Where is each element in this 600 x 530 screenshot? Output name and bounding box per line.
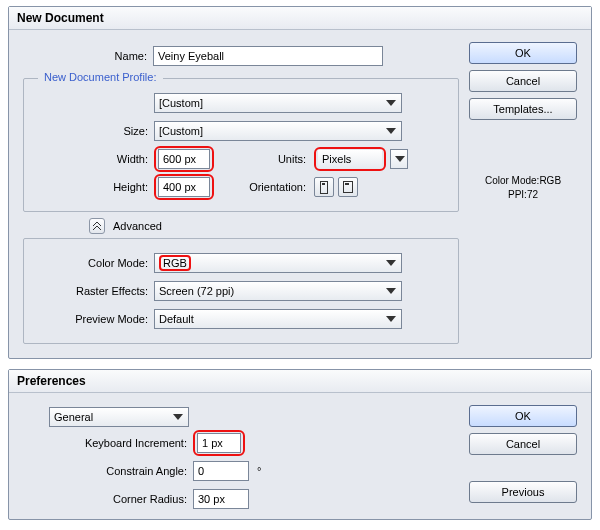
orientation-portrait-button[interactable] (314, 177, 334, 197)
constrain-angle-label: Constrain Angle: (23, 465, 193, 477)
cancel-button[interactable]: Cancel (469, 70, 577, 92)
profile-fieldset: New Document Profile: [Custom] Size: (23, 78, 459, 212)
width-highlight (154, 146, 214, 172)
units-select[interactable]: Pixels (318, 150, 382, 168)
double-chevron-up-icon (93, 222, 101, 230)
chevron-down-icon (384, 96, 398, 110)
advanced-disclosure-button[interactable] (89, 218, 105, 234)
colormode-value: RGB (159, 255, 191, 271)
previewmode-label: Preview Mode: (24, 313, 154, 325)
landscape-icon (343, 181, 353, 193)
units-highlight: Pixels (314, 147, 386, 171)
corner-radius-label: Corner Radius: (23, 493, 193, 505)
portrait-icon (320, 181, 328, 194)
new-document-dialog: New Document Name: New Document Profile:… (8, 6, 592, 359)
units-dropdown-button[interactable] (390, 149, 408, 169)
profile-select[interactable]: [Custom] (154, 93, 402, 113)
preferences-dialog: Preferences General Keyboard Increment: (8, 369, 592, 520)
keyboard-increment-input[interactable] (197, 433, 241, 453)
keyboard-increment-highlight (193, 430, 245, 456)
profile-value: [Custom] (159, 97, 203, 109)
chevron-down-icon (384, 284, 398, 298)
units-label: Units: (252, 153, 310, 165)
colormode-label: Color Mode: (24, 257, 154, 269)
meta-colormode: Color Mode:RGB (469, 174, 577, 188)
height-highlight (154, 174, 214, 200)
size-value: [Custom] (159, 125, 203, 137)
name-input[interactable] (153, 46, 383, 66)
prefs-category-select[interactable]: General (49, 407, 189, 427)
advanced-label: Advanced (113, 220, 162, 232)
chevron-down-icon (384, 124, 398, 138)
rastereffects-value: Screen (72 ppi) (159, 285, 234, 297)
orientation-label: Orientation: (234, 181, 310, 193)
ok-button[interactable]: OK (469, 42, 577, 64)
prefs-category-value: General (54, 411, 93, 423)
corner-radius-input[interactable] (193, 489, 249, 509)
width-input[interactable] (158, 149, 210, 169)
previous-button[interactable]: Previous (469, 481, 577, 503)
constrain-angle-input[interactable] (193, 461, 249, 481)
height-label: Height: (24, 181, 154, 193)
height-input[interactable] (158, 177, 210, 197)
ok-button[interactable]: OK (469, 405, 577, 427)
rastereffects-label: Raster Effects: (24, 285, 154, 297)
name-label: Name: (23, 50, 153, 62)
chevron-down-icon (384, 312, 398, 326)
previewmode-value: Default (159, 313, 194, 325)
size-label: Size: (24, 125, 154, 137)
cancel-button[interactable]: Cancel (469, 433, 577, 455)
keyboard-increment-label: Keyboard Increment: (23, 437, 193, 449)
templates-button[interactable]: Templates... (469, 98, 577, 120)
width-label: Width: (24, 153, 154, 165)
meta-ppi: PPI:72 (469, 188, 577, 202)
advanced-fieldset: Color Mode: RGB Raster Effects: Screen (… (23, 238, 459, 344)
dialog-title: Preferences (9, 370, 591, 393)
chevron-down-icon (384, 256, 398, 270)
chevron-down-icon (171, 410, 185, 424)
chevron-down-icon (395, 152, 405, 166)
profile-legend: New Document Profile: (38, 71, 163, 83)
colormode-select[interactable]: RGB (154, 253, 402, 273)
size-select[interactable]: [Custom] (154, 121, 402, 141)
rastereffects-select[interactable]: Screen (72 ppi) (154, 281, 402, 301)
previewmode-select[interactable]: Default (154, 309, 402, 329)
degree-symbol: ° (253, 465, 261, 477)
units-value: Pixels (322, 153, 351, 165)
dialog-title: New Document (9, 7, 591, 30)
orientation-landscape-button[interactable] (338, 177, 358, 197)
